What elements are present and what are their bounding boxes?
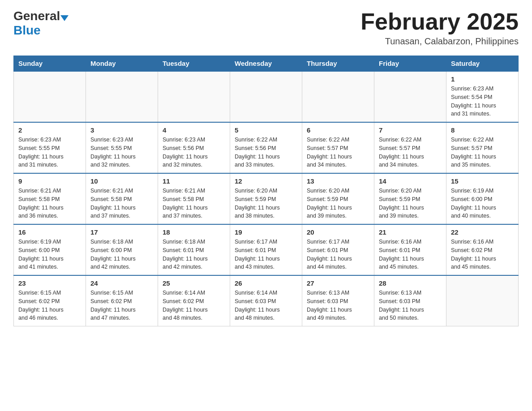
day-number: 27	[307, 279, 369, 287]
calendar-cell: 3Sunrise: 6:23 AM Sunset: 5:55 PM Daylig…	[86, 122, 158, 173]
day-info: Sunrise: 6:23 AM Sunset: 5:54 PM Dayligh…	[451, 85, 514, 118]
day-info: Sunrise: 6:22 AM Sunset: 5:56 PM Dayligh…	[235, 136, 297, 169]
day-number: 14	[379, 177, 442, 185]
day-number: 15	[451, 177, 514, 185]
day-number: 11	[163, 177, 225, 185]
day-info: Sunrise: 6:13 AM Sunset: 6:03 PM Dayligh…	[307, 289, 369, 322]
calendar-cell	[14, 71, 86, 122]
day-info: Sunrise: 6:16 AM Sunset: 6:01 PM Dayligh…	[379, 238, 442, 271]
day-number: 4	[163, 126, 225, 134]
day-info: Sunrise: 6:15 AM Sunset: 6:02 PM Dayligh…	[90, 289, 153, 322]
calendar-cell: 13Sunrise: 6:20 AM Sunset: 5:59 PM Dayli…	[302, 173, 374, 224]
logo-triangle-icon	[60, 15, 69, 21]
calendar-week-row: 1Sunrise: 6:23 AM Sunset: 5:54 PM Daylig…	[14, 71, 519, 122]
day-info: Sunrise: 6:21 AM Sunset: 5:58 PM Dayligh…	[90, 187, 153, 220]
day-number: 5	[235, 126, 297, 134]
day-number: 25	[163, 279, 225, 287]
page-header: General Blue February 2025 Tunasan, Cala…	[13, 9, 519, 47]
weekday-header-sunday: Sunday	[14, 56, 86, 72]
day-info: Sunrise: 6:22 AM Sunset: 5:57 PM Dayligh…	[307, 136, 369, 169]
calendar-cell: 4Sunrise: 6:23 AM Sunset: 5:56 PM Daylig…	[158, 122, 230, 173]
day-info: Sunrise: 6:14 AM Sunset: 6:03 PM Dayligh…	[235, 289, 297, 322]
calendar-cell	[230, 71, 302, 122]
logo: General Blue	[13, 9, 69, 38]
day-info: Sunrise: 6:22 AM Sunset: 5:57 PM Dayligh…	[379, 136, 442, 169]
day-number: 17	[90, 228, 153, 236]
calendar-cell: 24Sunrise: 6:15 AM Sunset: 6:02 PM Dayli…	[86, 275, 158, 326]
day-number: 20	[307, 228, 369, 236]
day-number: 9	[18, 177, 81, 185]
day-info: Sunrise: 6:19 AM Sunset: 6:00 PM Dayligh…	[18, 238, 81, 271]
calendar-table: SundayMondayTuesdayWednesdayThursdayFrid…	[13, 56, 519, 326]
day-number: 2	[18, 126, 81, 134]
calendar-cell: 7Sunrise: 6:22 AM Sunset: 5:57 PM Daylig…	[374, 122, 446, 173]
day-number: 8	[451, 126, 514, 134]
calendar-week-row: 2Sunrise: 6:23 AM Sunset: 5:55 PM Daylig…	[14, 122, 519, 173]
calendar-cell: 18Sunrise: 6:18 AM Sunset: 6:01 PM Dayli…	[158, 224, 230, 275]
calendar-cell: 14Sunrise: 6:20 AM Sunset: 5:59 PM Dayli…	[374, 173, 446, 224]
calendar-cell: 8Sunrise: 6:22 AM Sunset: 5:57 PM Daylig…	[446, 122, 519, 173]
day-info: Sunrise: 6:17 AM Sunset: 6:01 PM Dayligh…	[235, 238, 297, 271]
calendar-cell	[158, 71, 230, 122]
logo-general-text: General	[13, 9, 69, 23]
weekday-header-friday: Friday	[374, 56, 446, 72]
day-info: Sunrise: 6:23 AM Sunset: 5:56 PM Dayligh…	[163, 136, 225, 169]
day-info: Sunrise: 6:21 AM Sunset: 5:58 PM Dayligh…	[18, 187, 81, 220]
month-title: February 2025	[360, 9, 519, 34]
calendar-cell: 10Sunrise: 6:21 AM Sunset: 5:58 PM Dayli…	[86, 173, 158, 224]
day-info: Sunrise: 6:16 AM Sunset: 6:02 PM Dayligh…	[451, 238, 514, 271]
calendar-cell: 26Sunrise: 6:14 AM Sunset: 6:03 PM Dayli…	[230, 275, 302, 326]
day-info: Sunrise: 6:20 AM Sunset: 5:59 PM Dayligh…	[235, 187, 297, 220]
day-info: Sunrise: 6:20 AM Sunset: 5:59 PM Dayligh…	[379, 187, 442, 220]
day-number: 21	[379, 228, 442, 236]
calendar-cell: 17Sunrise: 6:18 AM Sunset: 6:00 PM Dayli…	[86, 224, 158, 275]
day-info: Sunrise: 6:17 AM Sunset: 6:01 PM Dayligh…	[307, 238, 369, 271]
weekday-header-wednesday: Wednesday	[230, 56, 302, 72]
calendar-cell: 25Sunrise: 6:14 AM Sunset: 6:02 PM Dayli…	[158, 275, 230, 326]
calendar-cell: 2Sunrise: 6:23 AM Sunset: 5:55 PM Daylig…	[14, 122, 86, 173]
day-number: 12	[235, 177, 297, 185]
calendar-cell: 20Sunrise: 6:17 AM Sunset: 6:01 PM Dayli…	[302, 224, 374, 275]
calendar-header-row: SundayMondayTuesdayWednesdayThursdayFrid…	[14, 56, 519, 72]
calendar-week-row: 16Sunrise: 6:19 AM Sunset: 6:00 PM Dayli…	[14, 224, 519, 275]
weekday-header-monday: Monday	[86, 56, 158, 72]
day-number: 10	[90, 177, 153, 185]
calendar-cell	[302, 71, 374, 122]
day-number: 1	[451, 75, 514, 83]
day-info: Sunrise: 6:21 AM Sunset: 5:58 PM Dayligh…	[163, 187, 225, 220]
day-info: Sunrise: 6:13 AM Sunset: 6:03 PM Dayligh…	[379, 289, 442, 322]
calendar-cell: 16Sunrise: 6:19 AM Sunset: 6:00 PM Dayli…	[14, 224, 86, 275]
logo-blue-text: Blue	[13, 23, 41, 37]
day-number: 26	[235, 279, 297, 287]
day-number: 24	[90, 279, 153, 287]
location-title: Tunasan, Calabarzon, Philippines	[360, 36, 519, 47]
day-number: 7	[379, 126, 442, 134]
calendar-cell	[374, 71, 446, 122]
calendar-cell: 22Sunrise: 6:16 AM Sunset: 6:02 PM Dayli…	[446, 224, 519, 275]
calendar-cell: 5Sunrise: 6:22 AM Sunset: 5:56 PM Daylig…	[230, 122, 302, 173]
calendar-cell: 23Sunrise: 6:15 AM Sunset: 6:02 PM Dayli…	[14, 275, 86, 326]
weekday-header-tuesday: Tuesday	[158, 56, 230, 72]
day-number: 28	[379, 279, 442, 287]
calendar-cell: 27Sunrise: 6:13 AM Sunset: 6:03 PM Dayli…	[302, 275, 374, 326]
day-number: 3	[90, 126, 153, 134]
day-info: Sunrise: 6:20 AM Sunset: 5:59 PM Dayligh…	[307, 187, 369, 220]
day-number: 6	[307, 126, 369, 134]
calendar-week-row: 23Sunrise: 6:15 AM Sunset: 6:02 PM Dayli…	[14, 275, 519, 326]
day-info: Sunrise: 6:14 AM Sunset: 6:02 PM Dayligh…	[163, 289, 225, 322]
day-number: 19	[235, 228, 297, 236]
calendar-cell: 9Sunrise: 6:21 AM Sunset: 5:58 PM Daylig…	[14, 173, 86, 224]
day-info: Sunrise: 6:15 AM Sunset: 6:02 PM Dayligh…	[18, 289, 81, 322]
day-info: Sunrise: 6:23 AM Sunset: 5:55 PM Dayligh…	[18, 136, 81, 169]
day-number: 18	[163, 228, 225, 236]
calendar-cell: 12Sunrise: 6:20 AM Sunset: 5:59 PM Dayli…	[230, 173, 302, 224]
weekday-header-saturday: Saturday	[446, 56, 519, 72]
weekday-header-thursday: Thursday	[302, 56, 374, 72]
day-number: 22	[451, 228, 514, 236]
day-number: 16	[18, 228, 81, 236]
calendar-cell: 19Sunrise: 6:17 AM Sunset: 6:01 PM Dayli…	[230, 224, 302, 275]
calendar-week-row: 9Sunrise: 6:21 AM Sunset: 5:58 PM Daylig…	[14, 173, 519, 224]
calendar-cell	[86, 71, 158, 122]
calendar-cell: 28Sunrise: 6:13 AM Sunset: 6:03 PM Dayli…	[374, 275, 446, 326]
title-block: February 2025 Tunasan, Calabarzon, Phili…	[360, 9, 519, 47]
